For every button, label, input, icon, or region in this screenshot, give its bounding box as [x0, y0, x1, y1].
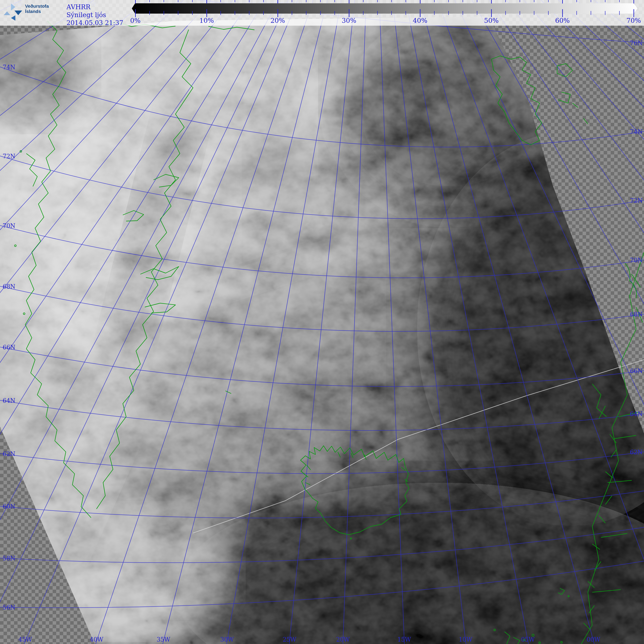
colorbar-major-tick: [135, 9, 136, 17]
colorbar-minor-tick: [591, 11, 591, 15]
colorbar-minor-tick: [576, 0, 577, 2]
colorbar-minor-tick: [619, 11, 620, 15]
longitude-label: 25W: [283, 636, 296, 643]
colorbar-minor-tick: [391, 0, 392, 2]
longitude-label: 45W: [18, 636, 32, 643]
latitude-label: 72N: [3, 153, 15, 160]
colorbar-major-tick: [633, 0, 634, 4]
colorbar-minor-tick: [192, 0, 193, 2]
latitude-label: 74N: [630, 128, 643, 135]
reflectance-colorbar: [132, 3, 637, 14]
colorbar-minor-tick: [320, 11, 321, 15]
latitude-label: 74N: [3, 64, 15, 71]
colorbar-minor-tick: [505, 11, 506, 15]
product-sensor: AVHRR: [66, 3, 123, 11]
colorbar-percent-label: 70%: [626, 17, 641, 24]
product-channel: Sýnilegt ljós: [66, 11, 123, 19]
latitude-label: 70N: [3, 222, 15, 229]
colorbar-minor-tick: [520, 11, 520, 15]
colorbar-minor-tick: [434, 11, 435, 15]
longitude-label: 00W: [587, 636, 600, 643]
colorbar-minor-tick: [263, 0, 264, 2]
colorbar-minor-tick: [463, 11, 463, 15]
colorbar-minor-tick: [477, 11, 477, 15]
product-info: AVHRR Sýnilegt ljós 2014.05.03 21:37: [66, 3, 123, 27]
colorbar-minor-tick: [335, 11, 335, 15]
colorbar-minor-tick: [263, 11, 264, 15]
colorbar-minor-tick: [363, 11, 363, 15]
colorbar-major-tick: [420, 0, 420, 4]
colorbar-minor-tick: [178, 0, 178, 2]
latitude-label: 62N: [3, 451, 15, 457]
colorbar-minor-tick: [164, 0, 164, 2]
longitude-label: 10W: [459, 636, 472, 643]
colorbar-major-tick: [633, 9, 634, 17]
colorbar-minor-tick: [192, 11, 193, 15]
colorbar-major-tick: [491, 9, 492, 17]
colorbar-minor-tick: [406, 11, 406, 15]
colorbar-minor-tick: [591, 0, 591, 2]
colorbar-percent-label: 60%: [555, 17, 570, 24]
colorbar-major-tick: [491, 0, 492, 4]
colorbar-minor-tick: [335, 0, 335, 2]
colorbar-major-tick: [277, 9, 278, 17]
colorbar-major-tick: [349, 0, 349, 4]
latitude-label: 66N: [3, 344, 15, 351]
colorbar-minor-tick: [406, 0, 406, 2]
colorbar-minor-tick: [605, 11, 605, 15]
colorbar-percent-label: 40%: [413, 17, 428, 24]
colorbar-minor-tick: [448, 0, 449, 2]
latitude-label: 68N: [3, 283, 15, 290]
colorbar-minor-tick: [477, 0, 477, 2]
latitude-label: 68N: [630, 311, 643, 318]
vedurstofa-islands-logo: Veðurstofa Íslands: [0, 0, 66, 26]
colorbar-minor-tick: [548, 0, 549, 2]
satellite-map-canvas: [0, 0, 644, 644]
logo-pinwheel-icon: [0, 0, 24, 22]
colorbar-minor-tick: [605, 0, 605, 2]
colorbar-minor-tick: [463, 0, 463, 2]
org-name-line2: Íslands: [25, 9, 49, 14]
colorbar-minor-tick: [377, 11, 378, 15]
org-name: Veðurstofa Íslands: [25, 4, 49, 14]
colorbar-minor-tick: [534, 0, 534, 2]
colorbar-minor-tick: [306, 0, 306, 2]
colorbar-minor-tick: [576, 11, 577, 15]
longitude-label: 15W: [397, 636, 411, 643]
colorbar-percent-label: 50%: [484, 17, 499, 24]
colorbar-major-tick: [349, 9, 349, 17]
longitude-label: 20W: [336, 636, 350, 643]
latitude-label: 66N: [630, 368, 643, 374]
colorbar-minor-tick: [220, 0, 221, 2]
colorbar-percent-label: 20%: [270, 17, 285, 24]
colorbar-percent-label: 0%: [130, 17, 141, 24]
latitude-label: 60N: [3, 503, 15, 510]
latitude-label: 64N: [630, 411, 643, 417]
colorbar-minor-tick: [292, 0, 292, 2]
colorbar-major-tick: [135, 0, 136, 4]
colorbar-major-tick: [562, 9, 563, 17]
header: Veðurstofa Íslands AVHRR Sýnilegt ljós 2…: [0, 0, 644, 31]
latitude-label: 64N: [3, 397, 15, 404]
colorbar-minor-tick: [235, 11, 235, 15]
latitude-label: 76N: [630, 40, 643, 47]
colorbar-minor-tick: [249, 0, 249, 2]
colorbar-minor-tick: [377, 0, 378, 2]
colorbar-minor-tick: [391, 11, 392, 15]
colorbar-minor-tick: [448, 11, 449, 15]
colorbar-percent-label: 10%: [199, 17, 214, 24]
colorbar-minor-tick: [249, 11, 249, 15]
colorbar-minor-tick: [363, 0, 363, 2]
latitude-label: 62N: [630, 449, 643, 456]
satellite-image-viewer: 95W90W85W80W75W70W65W60W55W50W45W50E Veð…: [0, 0, 644, 644]
org-name-line1: Veðurstofa: [25, 4, 49, 9]
colorbar-major-tick: [277, 0, 278, 4]
colorbar-minor-tick: [505, 0, 506, 2]
colorbar-major-tick: [420, 9, 420, 17]
colorbar-minor-tick: [220, 11, 221, 15]
latitude-label: 72N: [630, 197, 643, 204]
colorbar-percent-label: 30%: [342, 17, 356, 24]
colorbar-minor-tick: [164, 11, 164, 15]
latitude-label: 70N: [630, 257, 643, 264]
colorbar-major-tick: [206, 0, 207, 4]
